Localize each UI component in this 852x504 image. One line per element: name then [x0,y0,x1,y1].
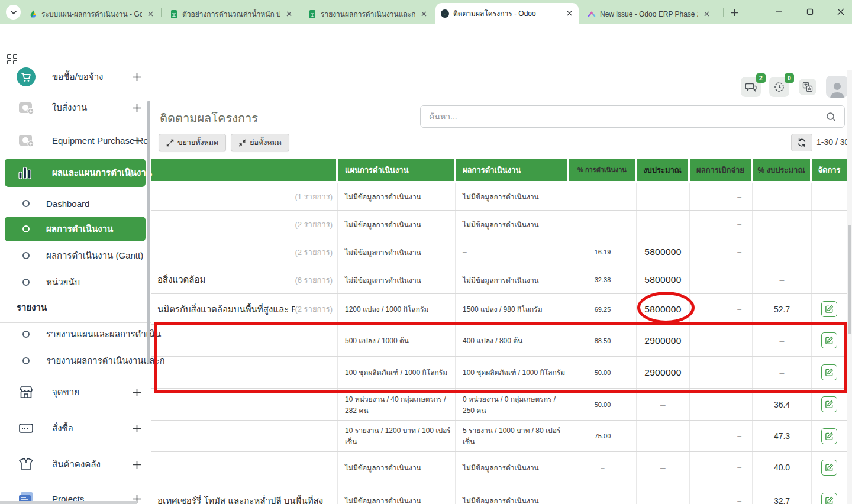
cell-disbursed: – [690,421,753,451]
translate-icon [802,82,813,92]
cell-budget-percent: 36.4 [753,389,812,420]
browser-tab[interactable]: รายงานผลการดำเนินงานและการใช้จ่ [303,4,433,24]
sidebar-scrollbar[interactable] [147,101,150,364]
window-minimize-button[interactable] [769,0,789,24]
add-icon[interactable] [125,167,136,178]
sidebar-section-label: รายงาน [17,301,47,315]
tab-separator [301,8,301,17]
cell-percent: 32.38 [569,266,637,293]
col-header-manage: จัดการ [812,159,847,181]
sidebar-item-pos[interactable]: จุดขาย [0,379,151,405]
user-avatar[interactable] [826,76,848,98]
cell-manage [812,266,847,293]
sidebar-item-work-order[interactable]: ใบสั่งงาน [0,95,151,121]
main-content: 2 0 ติดตามผลโครงการ ขยายทั้งหมด ย [151,70,852,504]
tab-close-icon[interactable] [146,9,155,19]
messages-button[interactable]: 2 [741,77,761,97]
browser-tab[interactable]: ตัวอย่างการคำนวณค่าน้ำหนัก ปากล้ [164,4,298,24]
add-icon[interactable] [131,102,142,113]
cell-percent: – [569,483,637,504]
sidebar-item-equipment-purchase[interactable]: Equipment Purchase Re [0,127,151,153]
edit-button[interactable] [821,493,837,504]
cell-manage [812,421,847,451]
cell-disbursed: – [690,294,753,324]
refresh-button[interactable] [791,134,812,151]
add-icon[interactable] [131,387,142,398]
tab-close-icon[interactable] [564,9,574,18]
tab-search-button[interactable] [6,5,21,20]
cell-result: ไม่มีข้อมูลการดำเนินงาน [456,211,569,238]
browser-tab[interactable]: New issue - Odoo ERP Phase 2 [582,4,716,24]
sidebar-section-reports: รายงาน [0,295,151,321]
messages-badge: 2 [756,73,766,83]
annotation-rectangle [154,322,847,393]
main-scrollbar-thumb[interactable] [848,225,851,334]
add-icon[interactable] [131,459,142,470]
sidebar-horizontal-scrollbar[interactable] [0,501,137,504]
sheets-icon [169,9,179,19]
collapse-icon [238,139,246,147]
cell-plan: ไม่มีข้อมูลการดำเนินงาน [338,266,456,293]
search-input[interactable] [421,106,844,127]
cell-percent: – [569,211,637,238]
sidebar-item-performance-report[interactable]: รายงานผลการดำเนินงานและก [0,348,151,374]
sidebar-item-purchase-request[interactable]: ขอซื้อ/ขอจ้าง [0,64,151,90]
sidebar-item-performance[interactable]: ผลการดำเนินงาน [5,217,146,241]
bullet-icon [22,225,30,232]
sidebar-item-performance-gantt[interactable]: ผลการดำเนินงาน (Gantt) [0,243,151,269]
bullet-icon [22,252,30,259]
cell-disbursed: – [690,211,753,238]
add-icon[interactable] [131,423,142,434]
card-icon [15,418,37,439]
add-icon[interactable] [131,135,142,146]
main-scrollbar[interactable] [847,70,852,504]
browser-tab[interactable]: ระบบแผน-ผลการดำเนินงาน - Goog [24,4,160,24]
item-count: (1 รายการ) [295,190,337,203]
tab-close-icon[interactable] [702,9,711,19]
tab-close-icon[interactable] [419,9,428,19]
cell-percent: 16.19 [569,238,637,266]
search-box [420,105,845,128]
table-row: อสิ่งแวดล้อม(6 รายการ)ไม่มีข้อมูลการดำเน… [151,266,847,294]
item-count: (2 รายการ) [295,246,337,259]
project-name: อเทศเชอร์รี่ โทมัส และกะหล่ำปลี บนพื้นที… [151,494,323,504]
tab-close-icon[interactable] [284,9,293,19]
cell-project-name: (2 รายการ) [151,238,338,266]
maximize-icon [806,8,814,15]
cell-percent: – [569,183,637,210]
page-title: ติดตามผลโครงการ [160,109,258,128]
edit-button[interactable] [821,301,837,317]
edit-button[interactable] [821,428,837,444]
col-header-plan: แผนการดำเนินงาน [338,159,456,181]
issue-icon [587,9,596,19]
expand-icon [166,139,174,147]
sidebar-item-inventory[interactable]: สินค้าคงคลัง [0,451,151,477]
collapse-all-button[interactable]: ย่อทั้งหมด [231,134,289,151]
edit-button[interactable] [821,396,837,412]
sidebar-item-plan-result-report[interactable]: รายงานแผนและผลการดำเนิน [0,321,151,347]
cell-percent: 75.00 [569,421,637,451]
edit-button[interactable] [821,460,837,476]
expand-all-button[interactable]: ขยายทั้งหมด [159,134,226,151]
translate-button[interactable] [799,79,816,95]
cell-manage [812,211,847,238]
window-close-button[interactable] [831,0,851,24]
cell-percent: – [569,452,637,483]
cell-budget-percent: – [753,183,812,210]
sidebar-item-dashboard[interactable]: Dashboard [0,190,151,217]
window-maximize-button[interactable] [800,0,820,24]
expand-all-label: ขยายทั้งหมด [178,137,218,148]
cell-project-name [151,389,338,420]
activities-button[interactable]: 0 [769,77,789,97]
edit-pencil-icon [825,432,834,441]
cell-disbursed: – [690,238,753,266]
sidebar-item-purchase[interactable]: สั่งซื้อ [0,415,151,441]
sidebar-item-label: Dashboard [46,199,89,209]
browser-tab-active[interactable]: ติดตามผลโครงการ - Odoo [435,3,579,24]
add-icon[interactable] [131,72,142,82]
sidebar-item-plan-results[interactable]: ผลและแผนการดำเนินงาน [5,159,146,187]
new-tab-button[interactable] [728,6,741,19]
sidebar-item-units[interactable]: หน่วยนับ [0,269,151,295]
cell-project-name: อสิ่งแวดล้อม(6 รายการ) [151,266,338,293]
tab-title: ระบบแผน-ผลการดำเนินงาน - Goog [41,8,142,20]
